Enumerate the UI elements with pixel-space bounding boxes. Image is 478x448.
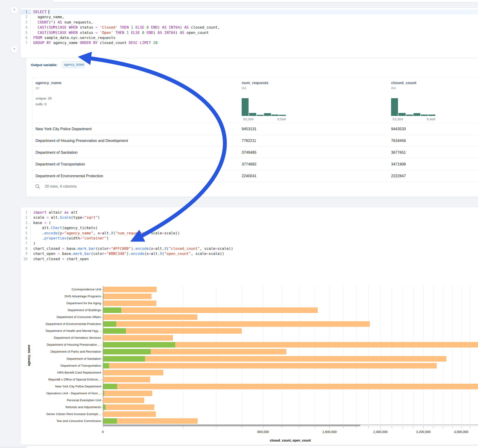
code-token: = (215, 246, 218, 251)
code-token: scale (33, 215, 47, 220)
code-token: X (164, 246, 166, 251)
sql-code-editor[interactable]: SELECT agency_name, COUNT(*) AS num_requ… (31, 9, 478, 46)
code-line[interactable]: base = ( (31, 220, 478, 225)
code-token: "container" (82, 236, 107, 240)
num-requests-cell: 3749485 (242, 147, 256, 158)
code-token (129, 31, 131, 35)
code-token (133, 25, 136, 30)
code-token: INT64 (169, 25, 180, 30)
add-cell-button[interactable]: + (10, 45, 18, 53)
code-token: alt. (33, 226, 51, 230)
code-line[interactable]: CAST(SUM(CASE WHEN status = 'Open' THEN … (31, 30, 478, 35)
code-token: 1 (126, 31, 129, 35)
code-line[interactable]: scale = alt.Scale(type="sqrt") (31, 215, 478, 220)
code-token: = (80, 236, 82, 240)
code-token: ) (176, 31, 180, 35)
code-token: AS (184, 25, 189, 30)
code-token: chart_open (64, 257, 89, 261)
line-number: 2 (20, 215, 31, 220)
search-icon[interactable] (35, 184, 40, 189)
code-line[interactable]: chart_open = base.mark_bar(color="#8BC34… (31, 251, 478, 256)
code-token: ( (47, 221, 51, 225)
x-axis-title: closed_count, open_count (244, 439, 336, 442)
add-cell-button[interactable]: + (10, 6, 18, 14)
code-line[interactable]: SELECT (31, 9, 478, 14)
line-number: 8 (20, 246, 31, 251)
code-token: 1 (131, 25, 133, 30)
code-token: DESC (129, 41, 138, 45)
code-line[interactable]: import altair as alt (31, 210, 478, 215)
histogram-bar (257, 115, 264, 116)
code-token: END (146, 31, 153, 35)
python-code-editor[interactable]: import altair as altscale = alt.Scale(ty… (31, 210, 478, 261)
column-header-agency-name[interactable]: agency_name (36, 81, 61, 85)
histogram-bar (391, 98, 398, 116)
code-line[interactable]: FROM sample_data.nyc.service_requests (31, 35, 478, 40)
table-dimensions-label: 20 rows, 4 columns (45, 184, 76, 188)
table-row[interactable]: Department of Transportation377489234719… (32, 158, 478, 170)
output-variable-chip[interactable]: agency_tickets (62, 61, 84, 68)
closed-count-cell: 2222847 (391, 170, 406, 182)
chart-scrollbar-track[interactable] (103, 425, 478, 426)
code-token (151, 41, 153, 45)
code-token: base (33, 221, 44, 225)
agency-name-cell: Department of Housing Preservation and D… (36, 135, 128, 146)
code-token: agency_name, (33, 15, 64, 19)
code-line[interactable]: ) (31, 241, 478, 246)
code-line[interactable]: GROUP BY agency_name ORDER BY closed_cou… (31, 40, 478, 45)
fold-chevron-icon[interactable]: ⌄ (29, 10, 30, 15)
code-token: BY (93, 41, 98, 45)
code-token: 20 (153, 41, 157, 45)
closed-count-cell: 3677651 (391, 147, 406, 158)
histogram-bar (271, 115, 278, 116)
code-token: = (149, 251, 151, 256)
code-token (118, 25, 120, 30)
closed-count-cell: 7618456 (391, 135, 406, 146)
y-axis-title: agency_name (27, 340, 31, 370)
code-token: ) (33, 241, 36, 245)
code-token: ( (47, 31, 49, 35)
code-token (33, 20, 38, 25)
line-number: 6 (20, 236, 31, 241)
code-token: ). (126, 251, 131, 256)
histogram-bar (398, 113, 405, 116)
code-token: X (111, 231, 113, 235)
code-token: 0 (142, 31, 144, 35)
code-token: scale)) (209, 251, 224, 256)
code-token: SUM (49, 25, 55, 30)
code-token: Chart (51, 226, 62, 230)
table-row[interactable]: Department of Housing Preservation and D… (32, 135, 478, 146)
code-token: = (82, 215, 84, 220)
code-token: = (100, 231, 102, 235)
table-row[interactable]: New York City Police Department945313194… (32, 123, 478, 135)
code-line[interactable]: alt.Chart(agency_tickets) (31, 225, 478, 230)
code-line[interactable]: chart_closed = base.mark_bar(color="#FFC… (31, 246, 478, 251)
code-line[interactable]: agency_name, (31, 14, 478, 20)
code-token: closed_count (98, 41, 129, 45)
code-token: mark_bar (78, 246, 95, 251)
code-token: closed_count, (189, 25, 220, 30)
table-row[interactable]: Department of Sanitation37494853677651 (32, 146, 478, 158)
code-token (138, 41, 140, 45)
code-token: = (104, 251, 107, 256)
code-token (129, 25, 131, 30)
code-line[interactable]: chart_closed + chart_open (31, 256, 478, 261)
code-token: ( (47, 25, 49, 30)
histogram-max-label: 9.4e6 (391, 117, 435, 121)
table-row[interactable]: Department of Environmental Protection22… (32, 170, 478, 182)
column-type: str (36, 86, 61, 90)
code-token: (x (149, 246, 153, 251)
code-line[interactable]: .properties(width="container") (31, 236, 478, 241)
sql-cell: 1⌄234567 SELECT agency_name, COUNT(*) AS… (20, 8, 478, 58)
column-header-num-requests[interactable]: num_requests (242, 81, 268, 85)
code-line[interactable]: .encode(y="agency_name", x=alt.X("num_re… (31, 231, 478, 236)
code-line[interactable]: COUNT(*) AS num_requests, (31, 20, 478, 25)
output-variable-label: Output variable: (31, 63, 57, 67)
num-requests-cell: 3774892 (242, 158, 256, 170)
column-header-closed-count[interactable]: closed_count (391, 81, 416, 85)
code-token: AS (180, 31, 184, 35)
code-line[interactable]: CAST(SUM(CASE WHEN status = 'Closed' THE… (31, 25, 478, 30)
fold-chevron-icon[interactable]: ⌄ (29, 221, 30, 226)
code-token: = (153, 246, 155, 251)
chart-scrollbar-thumb[interactable] (103, 425, 360, 426)
